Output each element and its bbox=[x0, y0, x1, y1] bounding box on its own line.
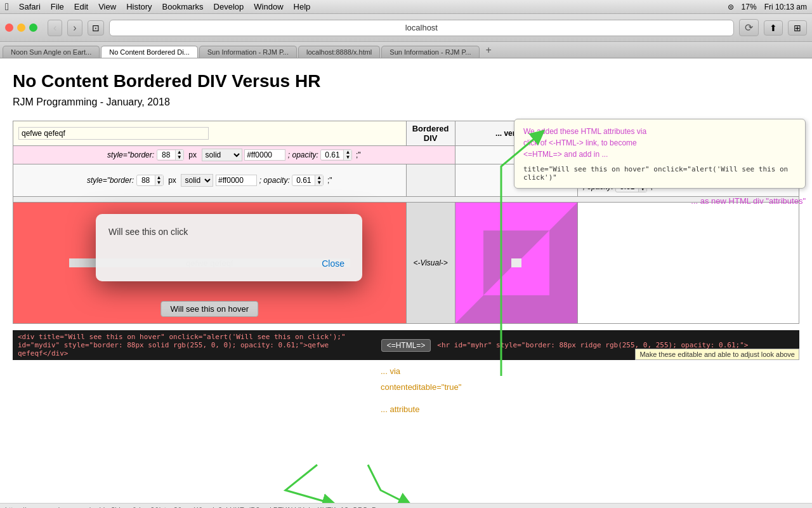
stepper-down-top[interactable]: ▼ bbox=[175, 155, 183, 160]
col-bordered-div-header: Bordered DIV bbox=[406, 121, 455, 146]
visual-label: <-Visual-> bbox=[407, 256, 455, 270]
menu-help[interactable]: Help bbox=[294, 2, 311, 11]
div-num-input[interactable] bbox=[137, 176, 155, 185]
menu-file[interactable]: File bbox=[51, 2, 64, 11]
tab-no-content[interactable]: No Content Bordered Di... bbox=[101, 46, 198, 58]
div-style-select[interactable]: solidridge bbox=[181, 174, 213, 187]
maximize-window-button[interactable] bbox=[29, 23, 37, 32]
new-tab-button[interactable]: + bbox=[481, 43, 497, 58]
text-input[interactable] bbox=[18, 127, 209, 140]
annotation-balloon: We added these HTML attributes via click… bbox=[514, 119, 806, 189]
page-subtitle: RJM Programming - January, 2018 bbox=[13, 97, 799, 108]
alert-close-button[interactable]: Close bbox=[317, 256, 350, 271]
tab-sun-info-1[interactable]: Sun Information - RJM P... bbox=[199, 46, 297, 58]
separator-row bbox=[13, 197, 799, 203]
status-url: https://www.google.com.au/webhp?hl=en&dc… bbox=[5, 506, 377, 509]
status-bar: https://www.google.com.au/webhp?hl=en&dc… bbox=[0, 503, 812, 508]
div-style-label-top: style="border: bbox=[107, 150, 154, 159]
menu-edit[interactable]: Edit bbox=[74, 2, 88, 11]
menu-view[interactable]: View bbox=[98, 2, 116, 11]
div-opacity-label-top: ; opacity: bbox=[288, 150, 318, 159]
div-source-text: <div title="Will see this on hover" oncl… bbox=[18, 333, 346, 358]
alert-dialog: Will see this on click Close bbox=[96, 214, 362, 281]
stepper-opacity-down[interactable]: ▼ bbox=[315, 180, 323, 185]
expand-button[interactable]: ⊞ bbox=[788, 20, 807, 36]
attribute-label: ... attribute bbox=[381, 404, 419, 414]
wifi-icon: ⊜ bbox=[728, 3, 734, 11]
page-title: No Content Bordered DIV Versus HR bbox=[13, 71, 799, 91]
apple-logo-icon:  bbox=[5, 1, 9, 13]
tab-sun-info-2[interactable]: Sun Information - RJM P... bbox=[381, 46, 479, 58]
clock: Fri 10:13 am bbox=[764, 3, 807, 11]
menu-items: Safari File Edit View History Bookmarks … bbox=[19, 2, 310, 11]
hover-button[interactable]: Will see this on hover bbox=[160, 301, 258, 317]
menu-safari[interactable]: Safari bbox=[19, 2, 41, 11]
make-editable-tooltip: Make these editable and able to adjust l… bbox=[635, 349, 799, 360]
div-opacity-input-top[interactable] bbox=[321, 150, 343, 159]
semi-top: ;" bbox=[356, 150, 361, 159]
div-hash-top[interactable] bbox=[244, 149, 285, 161]
div-style-select-top[interactable]: solidridgedotteddashed bbox=[202, 149, 242, 161]
balloon-text: We added these HTML attributes via click… bbox=[523, 126, 796, 160]
bordered-div-col bbox=[406, 164, 455, 197]
via-label: ... via bbox=[381, 366, 400, 376]
page-content: No Content Bordered DIV Versus HR RJM Pr… bbox=[0, 58, 812, 503]
tab-localhost[interactable]: localhost:8888/x.html bbox=[298, 46, 380, 58]
as-new-text: ... as new HTML div "attributes" bbox=[691, 195, 806, 208]
div-style-row: style="border: ▲ ▼ px solidridge ; opaci… bbox=[13, 164, 407, 197]
close-window-button[interactable] bbox=[5, 23, 13, 32]
url-text: localhost bbox=[405, 23, 438, 32]
menu-bookmarks[interactable]: Bookmarks bbox=[162, 2, 204, 11]
px-label: px bbox=[168, 176, 176, 185]
menu-history[interactable]: History bbox=[126, 2, 152, 11]
div-num-input-top[interactable] bbox=[157, 150, 175, 159]
div-style-label: style="border: bbox=[87, 176, 134, 185]
alert-message: Will see this on click bbox=[108, 227, 350, 237]
macos-menu-bar:  Safari File Edit View History Bookmark… bbox=[0, 0, 812, 14]
battery-icon: 17% bbox=[742, 3, 757, 11]
back-button[interactable]: ‹ bbox=[48, 20, 62, 36]
div-opacity-stepper-top[interactable]: ▲ ▼ bbox=[320, 149, 352, 161]
traffic-lights bbox=[5, 23, 37, 32]
reload-button[interactable]: ⟳ bbox=[739, 19, 759, 36]
html-btn[interactable]: <=HTML=> bbox=[381, 339, 431, 352]
tab-noon-sun[interactable]: Noon Sun Angle on Eart... bbox=[3, 46, 100, 58]
source-row: <div title="Will see this on hover" oncl… bbox=[13, 330, 799, 360]
stepper-opacity-down-top[interactable]: ▼ bbox=[343, 155, 351, 160]
url-bar[interactable]: localhost bbox=[109, 20, 734, 36]
attr-text: title="Will see this on hover" onclick="… bbox=[523, 165, 796, 182]
annotations-area: ... via contenteditable="true" ... attri… bbox=[13, 360, 799, 436]
forward-button[interactable]: › bbox=[67, 20, 82, 36]
hr-visual bbox=[455, 203, 577, 323]
minimize-window-button[interactable] bbox=[17, 23, 25, 32]
stepper-down[interactable]: ▼ bbox=[155, 180, 163, 185]
px-label-top: px bbox=[188, 150, 197, 159]
hr-visual-cell bbox=[455, 203, 577, 324]
versus-visual-cell: <-Visual-> bbox=[406, 203, 455, 324]
view-button[interactable]: ⊡ bbox=[88, 20, 104, 36]
menu-window[interactable]: Window bbox=[254, 2, 283, 11]
tabs-bar: Noon Sun Angle on Eart... No Content Bor… bbox=[0, 42, 812, 58]
share-button[interactable]: ⬆ bbox=[764, 20, 783, 36]
menu-develop[interactable]: Develop bbox=[214, 2, 244, 11]
div-visual-cell: qefwe qefeqf Will see this on click Clos… bbox=[13, 203, 407, 324]
semi: ;" bbox=[327, 176, 332, 185]
div-hash[interactable] bbox=[216, 175, 257, 186]
div-source: <div title="Will see this on hover" oncl… bbox=[18, 333, 375, 358]
contenteditable-label: contenteditable="true" bbox=[381, 382, 461, 392]
div-num-stepper[interactable]: ▲ ▼ bbox=[136, 175, 164, 186]
div-num-stepper-top[interactable]: ▲ ▼ bbox=[157, 149, 184, 161]
div-opacity-input[interactable] bbox=[292, 176, 315, 185]
browser-toolbar: ‹ › ⊡ localhost ⟳ ⬆ ⊞ bbox=[0, 14, 812, 42]
div-opacity-label: ; opacity: bbox=[259, 176, 290, 185]
div-opacity-stepper[interactable]: ▲ ▼ bbox=[292, 175, 324, 186]
